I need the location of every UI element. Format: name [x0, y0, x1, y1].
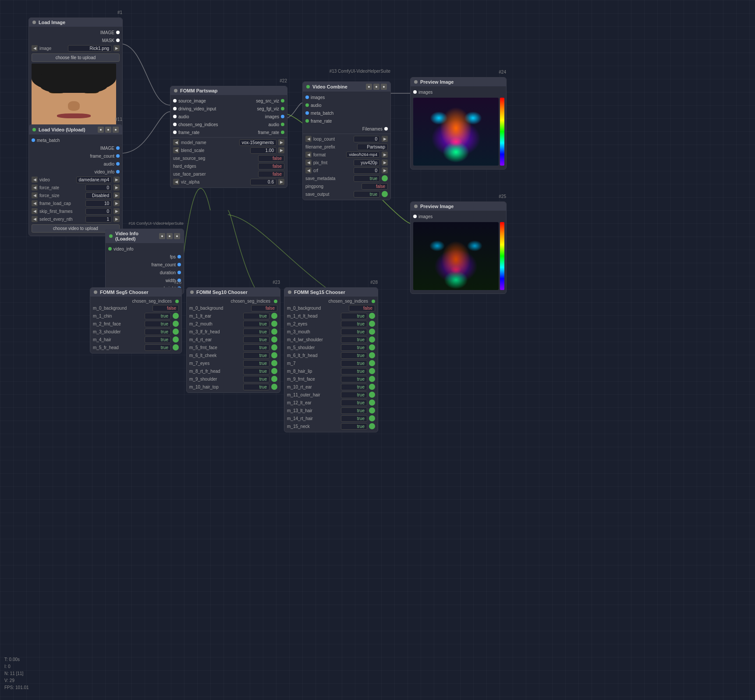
video-combine-title: Video Combine	[312, 84, 347, 89]
pix-fmt-left[interactable]: ◀	[305, 159, 312, 166]
loop-count-right[interactable]: ▶	[382, 136, 388, 142]
skip-first-right[interactable]: ▶	[113, 208, 120, 214]
seg5-frnt-field: m_2_frnt_face true	[90, 320, 181, 328]
frame-load-value[interactable]: 10	[85, 200, 112, 207]
force-size-right[interactable]: ▶	[113, 192, 120, 198]
fomm-seg5-header: FOMM Seg5 Chooser	[90, 288, 181, 297]
format-left[interactable]: ◀	[305, 152, 312, 158]
model-left[interactable]: ◀	[173, 139, 179, 145]
colormap-bar-25	[500, 222, 504, 290]
mask-output-dot	[116, 39, 120, 42]
seg5-chin-toggle[interactable]	[173, 313, 179, 319]
vi-duration-out: duration	[106, 269, 184, 276]
select-every-value[interactable]: 1	[85, 216, 112, 223]
seg10-lf-fr-head: m_3_lf_fr_head true	[187, 328, 280, 336]
vi-frame-count-out: frame_count	[106, 261, 184, 269]
use-face-parser-label: use_face_parser	[173, 172, 256, 177]
pix-fmt-right[interactable]: ▶	[382, 159, 388, 166]
seg15-shoulder: m_5_shoulder true	[284, 343, 378, 351]
select-every-left[interactable]: ◀	[32, 216, 38, 222]
loop-count-value[interactable]: 0	[354, 136, 380, 142]
seg5-fr-head-field: m_5_fr_head true	[90, 343, 181, 351]
filename-prefix-field: filename_prefix Partswap	[303, 143, 390, 151]
skip-first-value[interactable]: 0	[85, 208, 112, 215]
preview-image-25-title: Preview Image	[420, 204, 454, 209]
frame-load-right[interactable]: ▶	[113, 200, 120, 206]
loop-count-left[interactable]: ◀	[305, 136, 312, 142]
viz-alpha-value[interactable]: 0.6	[250, 179, 276, 185]
driving-video-label: driving_video_input	[178, 106, 216, 111]
save-metadata-toggle[interactable]	[382, 175, 388, 181]
blend-scale-value[interactable]: 1.00	[250, 147, 276, 154]
vi-ctrl-1[interactable]: ●	[159, 233, 165, 239]
crf-right[interactable]: ▶	[382, 167, 388, 173]
seg10-chosen-label: chosen_seg_indices	[230, 299, 270, 304]
seg5-shoulder-toggle[interactable]	[173, 329, 179, 335]
vc-ctrl-1[interactable]: ●	[366, 84, 372, 90]
viz-alpha-label: viz_alpha	[181, 180, 248, 184]
image-nav-left[interactable]: ◀	[32, 45, 38, 51]
seg15-lwr-shoulder: m_4_lwr_shoulder true	[284, 336, 378, 343]
seg10-frnt-face: m_5_frnt_face true	[187, 343, 280, 351]
seg15-rt-hair: m_14_rt_hair true	[284, 414, 378, 422]
select-every-right[interactable]: ▶	[113, 216, 120, 222]
frame-load-left[interactable]: ◀	[32, 200, 38, 206]
format-field: ◀ format video/h264-mp4 ▶	[303, 151, 390, 159]
pingpong-label: pingpong	[305, 184, 360, 189]
format-right[interactable]: ▶	[382, 152, 388, 158]
ctrl-btn-2[interactable]: ●	[105, 127, 111, 133]
filename-prefix-value[interactable]: Partswap	[357, 144, 388, 150]
save-output-toggle[interactable]	[382, 191, 388, 197]
force-size-left[interactable]: ◀	[32, 192, 38, 198]
force-rate-left[interactable]: ◀	[32, 184, 38, 191]
seg5-fr-head-toggle[interactable]	[173, 344, 179, 350]
crf-left[interactable]: ◀	[305, 167, 312, 173]
vc-images-label: images	[311, 95, 325, 100]
node-id-13: #13 ComfyUI-VideoHelperSuite	[330, 69, 390, 74]
vc-ctrl-2[interactable]: ●	[373, 84, 379, 90]
seg5-fr-head-label: m_5_fr_head	[93, 345, 143, 350]
hard-edges-field: hard_edges false	[170, 162, 287, 170]
skip-first-left[interactable]: ◀	[32, 208, 38, 214]
force-size-label: force_size	[39, 193, 84, 198]
blend-scale-label: blend_scale	[181, 148, 248, 153]
force-rate-value[interactable]: 0	[85, 184, 112, 191]
image-nav-right[interactable]: ▶	[113, 45, 120, 51]
pi24-status	[414, 80, 418, 84]
vc-ctrl-3[interactable]: ●	[381, 84, 387, 90]
vi-ctrl-3[interactable]: ●	[174, 233, 180, 239]
format-value[interactable]: video/h264-mp4	[346, 152, 380, 158]
crf-label: crf	[313, 168, 352, 173]
viz-alpha-left[interactable]: ◀	[173, 179, 179, 185]
viz-alpha-right[interactable]: ▶	[278, 179, 284, 185]
seg5-frnt-toggle[interactable]	[173, 321, 179, 327]
ctrl-btn-1[interactable]: ●	[98, 127, 104, 133]
vi-fps-dot	[177, 255, 181, 258]
pix-fmt-value[interactable]: yuv420p	[354, 159, 380, 166]
fomm-seg10-node: #23 FOMM Seg10 Chooser chosen_seg_indice…	[186, 287, 280, 393]
crf-value[interactable]: 0	[354, 167, 380, 174]
choose-file-button[interactable]: choose file to upload	[32, 53, 120, 62]
model-name-value[interactable]: vox-15segments	[239, 139, 276, 146]
force-size-value[interactable]: Disabled	[85, 192, 112, 199]
video-label: video	[39, 177, 74, 182]
model-right[interactable]: ▶	[278, 139, 284, 145]
load-video-node: #11 Load Video (Upload) ● ● ● meta_batch…	[28, 124, 123, 236]
force-rate-right[interactable]: ▶	[113, 184, 120, 191]
seg-fgt-dot	[281, 107, 284, 110]
pingpong-field: pingpong false	[303, 182, 390, 190]
seg5-hair-toggle[interactable]	[173, 336, 179, 343]
video-value[interactable]: damedane.mp4	[76, 177, 112, 183]
blend-right[interactable]: ▶	[278, 147, 284, 153]
load-image-title: Load Image	[39, 20, 65, 25]
video-combine-controls: ● ● ●	[366, 84, 387, 90]
vi-ctrl-2[interactable]: ●	[167, 233, 173, 239]
video-nav-left[interactable]: ◀	[32, 177, 38, 183]
video-nav-right[interactable]: ▶	[113, 177, 120, 183]
pix-fmt-label: pix_fmt	[313, 160, 352, 165]
blend-left[interactable]: ◀	[173, 147, 179, 153]
image-field-value[interactable]: Rick1.png	[68, 45, 112, 52]
ctrl-btn-3[interactable]: ●	[113, 127, 119, 133]
driving-video-input: driving_video_input	[170, 105, 229, 113]
seg-src-label: seg_src_viz	[256, 99, 279, 103]
